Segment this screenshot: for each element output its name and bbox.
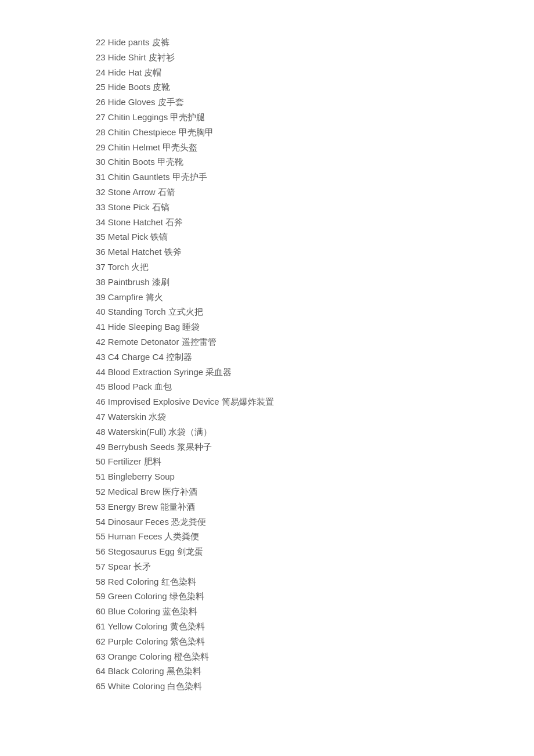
list-item: 24 Hide Hat 皮帽 bbox=[96, 65, 534, 80]
list-item: 52 Medical Brew 医疗补酒 bbox=[96, 484, 534, 499]
list-item: 30 Chitin Boots 甲壳靴 bbox=[96, 154, 534, 170]
list-item: 57 Spear 长矛 bbox=[96, 559, 534, 574]
list-item: 36 Metal Hatchet 铁斧 bbox=[96, 244, 534, 260]
list-item: 58 Red Coloring 红色染料 bbox=[96, 574, 534, 589]
list-item: 44 Blood Extraction Syringe 采血器 bbox=[96, 365, 534, 380]
list-item: 47 Waterskin 水袋 bbox=[96, 409, 534, 424]
list-item: 59 Green Coloring 绿色染料 bbox=[96, 589, 534, 604]
list-item: 43 C4 Charge C4 控制器 bbox=[96, 350, 534, 365]
list-item: 48 Waterskin(Full) 水袋（满） bbox=[96, 424, 534, 440]
list-item: 33 Stone Pick 石镐 bbox=[96, 200, 534, 215]
list-item: 46 Improvised Explosive Device 简易爆炸装置 bbox=[96, 394, 534, 409]
list-item: 23 Hide Shirt 皮衬衫 bbox=[96, 50, 534, 65]
list-item: 40 Standing Torch 立式火把 bbox=[96, 304, 534, 319]
list-item: 41 Hide Sleeping Bag 睡袋 bbox=[96, 319, 534, 334]
list-item: 64 Black Coloring 黑色染料 bbox=[96, 664, 534, 679]
list-item: 29 Chitin Helmet 甲壳头盔 bbox=[96, 140, 534, 155]
list-item: 38 Paintbrush 漆刷 bbox=[96, 275, 534, 290]
list-item: 27 Chitin Leggings 甲壳护腿 bbox=[96, 110, 534, 125]
list-item: 55 Human Feces 人类粪便 bbox=[96, 529, 534, 544]
list-item: 26 Hide Gloves 皮手套 bbox=[96, 95, 534, 110]
list-item: 34 Stone Hatchet 石斧 bbox=[96, 215, 534, 230]
list-item: 42 Remote Detonator 遥控雷管 bbox=[96, 334, 534, 350]
list-item: 31 Chitin Gauntlets 甲壳护手 bbox=[96, 170, 534, 185]
list-item: 45 Blood Pack 血包 bbox=[96, 379, 534, 394]
list-item: 32 Stone Arrow 石箭 bbox=[96, 185, 534, 200]
list-item: 25 Hide Boots 皮靴 bbox=[96, 80, 534, 95]
list-item: 60 Blue Coloring 蓝色染料 bbox=[96, 604, 534, 619]
list-item: 50 Fertilizer 肥料 bbox=[96, 454, 534, 469]
list-item: 63 Orange Coloring 橙色染料 bbox=[96, 649, 534, 664]
list-item: 56 Stegosaurus Egg 剑龙蛋 bbox=[96, 544, 534, 559]
list-item: 65 White Coloring 白色染料 bbox=[96, 679, 534, 694]
list-item: 62 Purple Coloring 紫色染料 bbox=[96, 634, 534, 649]
list-item: 35 Metal Pick 铁镐 bbox=[96, 229, 534, 244]
list-item: 54 Dinosaur Feces 恐龙粪便 bbox=[96, 514, 534, 530]
list-item: 28 Chitin Chestpiece 甲壳胸甲 bbox=[96, 125, 534, 140]
list-item: 51 Bingleberry Soup bbox=[96, 469, 534, 484]
list-item: 49 Berrybush Seeds 浆果种子 bbox=[96, 440, 534, 455]
list-item: 39 Campfire 篝火 bbox=[96, 290, 534, 305]
item-list: 22 Hide pants 皮裤23 Hide Shirt 皮衬衫24 Hide… bbox=[0, 0, 534, 729]
list-item: 61 Yellow Coloring 黄色染料 bbox=[96, 619, 534, 634]
list-item: 53 Energy Brew 能量补酒 bbox=[96, 499, 534, 514]
list-item: 22 Hide pants 皮裤 bbox=[96, 35, 534, 50]
list-item: 37 Torch 火把 bbox=[96, 260, 534, 275]
